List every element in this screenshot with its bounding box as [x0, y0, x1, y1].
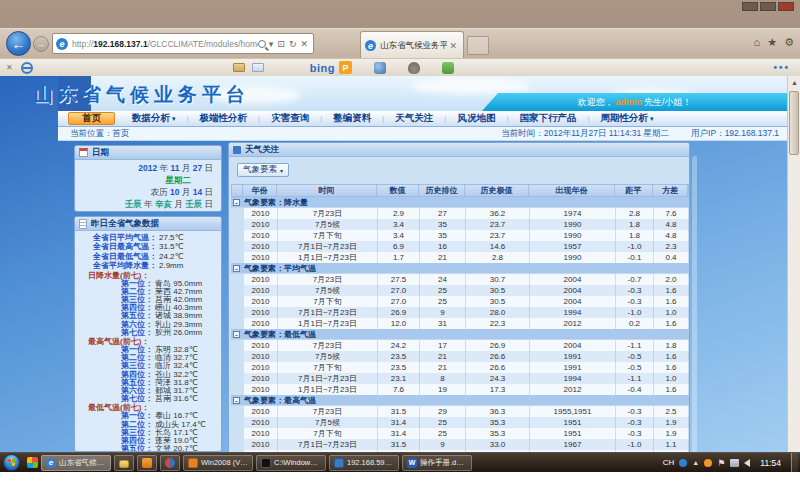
weather-list: 全省日平均气温：27.5℃全省日最高气温：31.5℃全省日最低气温：24.2℃全… — [75, 231, 221, 452]
calendar-icon — [79, 148, 88, 157]
chevron-down-icon: ▾ — [280, 167, 283, 174]
table-header-row: 年份时间数值历史排位历史极值出现年份距平方差 — [231, 184, 689, 197]
compatibility-icon[interactable]: ⊡ — [275, 39, 287, 49]
paw-icon[interactable] — [408, 62, 420, 74]
scroll-up-icon[interactable]: ▲ — [788, 76, 800, 89]
nav-item-8[interactable]: 国家下行产品 — [508, 112, 587, 125]
table-row: 20107月5候31.42535.31951-0.31.9 — [244, 417, 689, 428]
table-group-row[interactable]: -气象要素：最高气温 — [231, 395, 689, 406]
collapse-icon[interactable]: - — [233, 331, 240, 338]
search-dropdown-icon[interactable]: ▾ — [267, 39, 276, 49]
favorites-star-icon[interactable]: ★ — [767, 36, 777, 49]
tools-gear-icon[interactable]: ⚙ — [784, 36, 794, 49]
table-header-indent — [232, 185, 243, 196]
user-ip-label: 用户IP：192.168.137.1 — [691, 128, 779, 140]
taskbar-button-8[interactable]: W操作手册.docx ... — [402, 455, 472, 471]
blocked-icon[interactable] — [21, 62, 33, 74]
taskbar-clock[interactable]: 11:54 — [755, 458, 786, 468]
more-options-icon[interactable]: ••• — [773, 62, 790, 73]
table-group-row[interactable]: -气象要素：最低气温 — [231, 329, 689, 340]
table-group-row[interactable]: -气象要素：平均气温 — [231, 263, 689, 274]
mail-icon[interactable] — [252, 63, 264, 72]
page-scrollbar[interactable]: ▲ — [787, 76, 800, 472]
camera-icon[interactable] — [374, 62, 386, 74]
page-viewport: 山东省气候业务平台 欢迎您，admin 先生/小姐！ 首页数据分析▾|极端性分析… — [0, 76, 800, 472]
breadcrumb: 当前位置：首页 — [58, 128, 130, 140]
nav-item-6[interactable]: 天气关注 — [384, 112, 444, 125]
tray-app-icon[interactable] — [679, 459, 687, 467]
nav-item-9[interactable]: 周期性分析▾ — [590, 112, 665, 125]
puzzle-icon[interactable] — [442, 62, 454, 74]
address-bar[interactable]: e http://192.168.137.1/GLCCLIMATE/module… — [52, 33, 314, 54]
taskbar-button-6[interactable]: C:\Windows\s... — [256, 455, 326, 471]
weather-summary-line: 全省平均降水量：2.9mm — [75, 261, 221, 270]
weather-rank-item: 第七位：胶州 26.0mm — [75, 329, 221, 337]
taskbar-button-1[interactable]: e山东省气候业务平... — [41, 455, 111, 471]
table-row: 20107月23日31.52936.31955,1951-0.32.5 — [244, 406, 689, 417]
pinned-app-icon[interactable] — [27, 457, 38, 468]
url-text: http://192.168.137.1/GLCCLIMATE/modules/… — [72, 39, 258, 49]
nav-item-5[interactable]: 整编资料 — [322, 112, 382, 125]
scrollbar-thumb[interactable] — [789, 91, 799, 155]
column-header: 方差 — [653, 185, 688, 196]
nav-bar: 首页数据分析▾|极端性分析|灾害查询|整编资料|天气关注|风况地图|国家下行产品… — [58, 111, 787, 127]
browser-toolbar: ✕ bing P ••• — [0, 58, 800, 76]
browser-tab[interactable]: e 山东省气候业务平... ✕ — [360, 31, 464, 59]
taskbar-button-5[interactable]: Win2008 (VS2... — [183, 455, 253, 471]
weather-rank-item: 第七位：莒南 31.6℃ — [75, 395, 221, 403]
background-window-controls — [742, 2, 794, 11]
search-icon[interactable] — [258, 40, 266, 48]
action-center-flag-icon[interactable]: ⚑ — [717, 459, 725, 467]
tray-orange-icon[interactable] — [704, 459, 712, 467]
taskbar-button-4[interactable] — [160, 455, 180, 471]
minimize-icon — [742, 2, 758, 11]
collapse-icon[interactable]: - — [233, 265, 240, 272]
table-row: 20107月5候3.43523.719901.84.8 — [244, 219, 689, 230]
language-indicator[interactable]: CH — [663, 458, 675, 467]
network-icon[interactable] — [730, 459, 739, 467]
card-icon[interactable] — [233, 63, 245, 72]
weather-panel-title: 昨日全省气象数据 — [91, 218, 159, 230]
forward-button[interactable]: → — [33, 36, 49, 52]
nav-item-3[interactable]: 极端性分析 — [189, 112, 259, 125]
table-row: 20107月下旬3.43523.719901.84.8 — [244, 230, 689, 241]
taskbar-button-7[interactable]: 192.168.59.99... — [329, 455, 399, 471]
maximize-icon — [760, 2, 776, 11]
nav-item-7[interactable]: 风况地图 — [446, 112, 506, 125]
show-hidden-icons[interactable]: ▲ — [692, 459, 699, 466]
element-filter-button[interactable]: 气象要素▾ — [237, 163, 289, 177]
gregorian-date: 2012 年 11 月 27 日 — [75, 162, 221, 174]
volume-icon[interactable] — [744, 459, 750, 467]
taskbar-button-2[interactable] — [114, 455, 134, 471]
nav-item-1[interactable]: 首页 — [68, 112, 115, 125]
start-button[interactable] — [3, 454, 20, 471]
bing-logo[interactable]: bing — [310, 62, 335, 74]
new-tab-button[interactable] — [467, 36, 489, 55]
close-tab-icon[interactable]: ✕ — [447, 41, 459, 51]
stop-icon[interactable]: ✕ — [298, 39, 310, 49]
cmd-icon — [261, 458, 271, 468]
status-bar: 当前位置：首页 当前时间：2012年11月27日 11:14:31 星期二 用户… — [58, 127, 787, 141]
collapse-icon[interactable]: - — [233, 199, 240, 206]
table-row: 20107月23日24.21726.92004-1.11.8 — [244, 340, 689, 351]
taskbar-button-3[interactable] — [137, 455, 157, 471]
back-button[interactable]: ← — [6, 31, 31, 56]
table-row: 20107月1日~7月23日31.5933.01967-1.01.1 — [244, 439, 689, 450]
nav-item-2[interactable]: 数据分析▾ — [121, 112, 187, 125]
table-row: 20107月1日~7月23日6.91614.61957-1.02.3 — [244, 241, 689, 252]
table-row: 20107月下旬23.52126.61991-0.51.6 — [244, 362, 689, 373]
home-icon[interactable]: ⌂ — [754, 36, 761, 49]
bing-p-icon[interactable]: P — [339, 61, 352, 74]
collapse-icon[interactable]: - — [233, 397, 240, 404]
column-header: 时间 — [277, 185, 377, 196]
media-icon — [165, 458, 175, 468]
show-desktop-button[interactable] — [791, 453, 798, 473]
close-toolbar-icon[interactable]: ✕ — [6, 63, 13, 72]
table-group-row[interactable]: -气象要素：降水量 — [231, 197, 689, 208]
refresh-icon[interactable]: ↻ — [287, 39, 299, 49]
nav-item-4[interactable]: 灾害查询 — [260, 112, 320, 125]
system-tray: CH ▲ ⚑ 11:54 — [663, 453, 800, 473]
table-row: 20107月23日2.92736.219742.87.6 — [244, 208, 689, 219]
column-header: 数值 — [377, 185, 419, 196]
weather-watch-panel: 天气关注 气象要素▾ 年份时间数值历史排位历史极值出现年份距平方差-气象要素：降… — [228, 142, 690, 472]
